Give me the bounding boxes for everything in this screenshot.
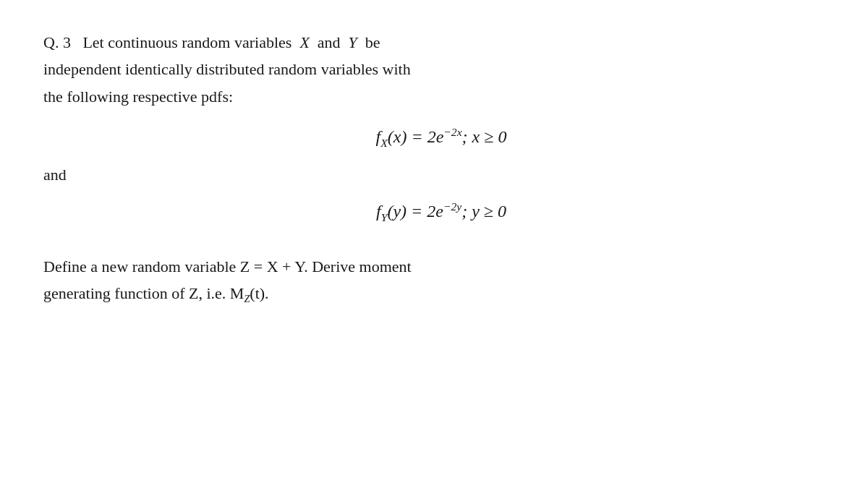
question-paragraph: Q. 3 Let continuous random variables X a… bbox=[43, 29, 752, 110]
formula1-arg: (x) = 2e−2x; x ≥ 0 bbox=[388, 127, 507, 146]
formula1-f: fX bbox=[376, 127, 388, 146]
formula-2: fY(y) = 2e−2y; y ≥ 0 bbox=[376, 202, 506, 221]
formula1-sub: X bbox=[380, 137, 388, 149]
question-intro: Let continuous random variables bbox=[82, 33, 292, 51]
formula1-exp: −2x bbox=[443, 126, 461, 138]
and-inline: and bbox=[318, 33, 341, 51]
and-separator: and bbox=[43, 166, 752, 184]
question-prefix: Q. 3 bbox=[43, 33, 71, 51]
variable-Y: Y bbox=[349, 33, 357, 51]
formula-1-block: fX(x) = 2e−2x; x ≥ 0 bbox=[130, 126, 752, 150]
formula2-arg: (y) = 2e−2y; y ≥ 0 bbox=[387, 202, 506, 221]
formula2-exp: −2y bbox=[443, 200, 461, 213]
define-line1: Define a new random variable Z = X + Y. … bbox=[43, 257, 412, 276]
page-content: Q. 3 Let continuous random variables X a… bbox=[0, 0, 796, 337]
define-section: Define a new random variable Z = X + Y. … bbox=[43, 253, 752, 308]
be-text: be bbox=[365, 33, 380, 51]
formula-1: fX(x) = 2e−2x; x ≥ 0 bbox=[376, 127, 507, 146]
line-2: independent identically distributed rand… bbox=[43, 60, 411, 78]
formula-2-block: fY(y) = 2e−2y; y ≥ 0 bbox=[130, 200, 752, 224]
define-line2: generating function of Z, i.e. MZ(t). bbox=[43, 284, 269, 302]
line-3: the following respective pdfs: bbox=[43, 87, 233, 106]
variable-X: X bbox=[299, 33, 309, 51]
formula2-f: fY bbox=[376, 202, 387, 221]
